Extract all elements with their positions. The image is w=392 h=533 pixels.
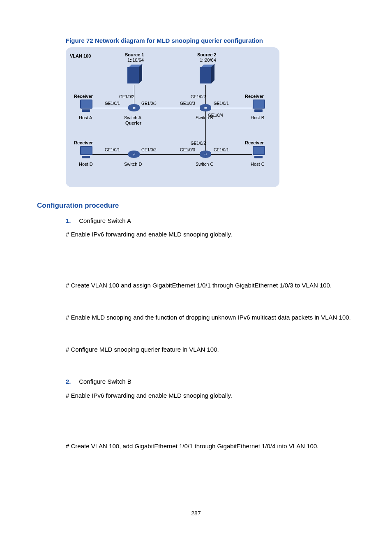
step-text: # Enable MLD snooping and the function o… <box>66 313 355 322</box>
step-text: # Enable IPv6 forwarding and enable MLD … <box>66 391 355 400</box>
switch-icon: ⇄ <box>128 151 140 158</box>
step-text: # Enable IPv6 forwarding and enable MLD … <box>66 229 355 239</box>
step-number: 1. <box>66 216 77 225</box>
port-label: GE1/0/3 <box>180 148 195 152</box>
port-label: GE1/0/3 <box>141 101 157 106</box>
receiver-label: Receiver <box>74 140 93 145</box>
receiver-label: Receiver <box>245 94 264 99</box>
switch-icon: ⇄ <box>200 104 211 111</box>
procedure-content: 1. Configure Switch A # Enable IPv6 forw… <box>66 216 355 451</box>
receiver-label: Receiver <box>245 140 264 145</box>
step-number: 2. <box>66 377 77 386</box>
vlan-label: VLAN 100 <box>70 53 91 58</box>
step-title: Configure Switch B <box>79 378 131 385</box>
host-d-label: Host D <box>79 162 93 167</box>
host-icon <box>253 100 264 113</box>
figure-caption: Figure 72 Network diagram for MLD snoopi… <box>66 37 355 44</box>
switch-d-label: Switch D <box>124 162 142 167</box>
port-label: GE1/0/2 <box>141 148 157 152</box>
step-text: # Create VLAN 100, add GigabitEthernet 1… <box>66 441 355 451</box>
port-label: GE1/0/3 <box>180 101 195 106</box>
receiver-label: Receiver <box>74 94 93 99</box>
network-diagram: VLAN 100 Source 1 1::10/64 Source 2 1::2… <box>66 47 279 187</box>
server-icon <box>127 64 141 84</box>
source2-title: Source 2 <box>197 52 216 57</box>
server-icon <box>200 64 213 84</box>
querier-label: Querier <box>125 121 141 125</box>
host-c-label: Host C <box>251 162 265 167</box>
port-label: GE1/0/1 <box>214 148 229 152</box>
source1-addr: 1::10/64 <box>127 58 144 63</box>
host-a-label: Host A <box>79 115 92 120</box>
source1-title: Source 1 <box>125 52 144 57</box>
page-number: 287 <box>0 510 392 517</box>
source2-addr: 1::20/64 <box>200 58 216 63</box>
host-icon <box>80 146 92 159</box>
switch-icon: ⇄ <box>200 151 211 158</box>
port-label: GE1/0/2 <box>119 95 134 99</box>
port-label: GE1/0/1 <box>214 101 229 106</box>
host-icon <box>253 146 264 159</box>
port-label: GE1/0/1 <box>105 101 120 106</box>
switch-icon: ⇄ <box>128 104 140 111</box>
switch-a-label: Switch A <box>124 115 141 120</box>
host-icon <box>80 100 92 113</box>
switch-c-label: Switch C <box>196 162 213 167</box>
port-label: GE1/0/2 <box>191 95 206 99</box>
port-label: GE1/0/2 <box>191 141 206 146</box>
step-text: # Configure MLD snooping querier feature… <box>66 345 355 354</box>
port-label: GE1/0/4 <box>208 113 223 118</box>
port-label: GE1/0/1 <box>105 148 120 152</box>
step-title: Configure Switch A <box>79 217 131 224</box>
step-text: # Create VLAN 100 and assign GigabitEthe… <box>66 280 355 290</box>
host-b-label: Host B <box>251 115 264 120</box>
section-heading: Configuration procedure <box>37 202 355 210</box>
